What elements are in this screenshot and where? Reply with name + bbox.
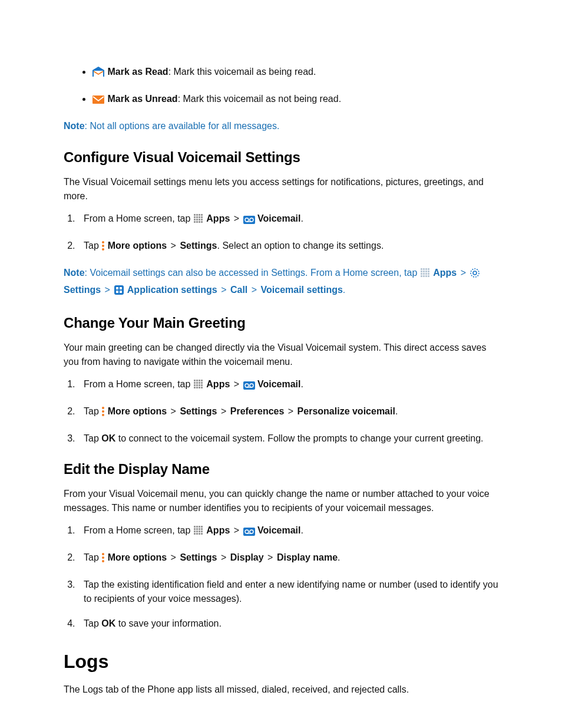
svg-point-71 — [102, 414, 104, 416]
svg-rect-18 — [201, 221, 203, 223]
svg-rect-41 — [428, 275, 429, 277]
svg-point-42 — [471, 269, 479, 277]
svg-rect-7 — [194, 216, 196, 218]
svg-rect-29 — [428, 268, 429, 270]
heading-edit-display-name: Edit the Display Name — [64, 459, 498, 480]
svg-rect-51 — [199, 380, 200, 381]
svg-rect-61 — [194, 387, 196, 388]
svg-rect-27 — [423, 268, 425, 270]
svg-rect-48 — [120, 291, 122, 293]
bullet-mark-unread: Mark as Unread: Mark this voicemail as n… — [92, 92, 498, 108]
para-greeting-intro: Your main greeting can be changed direct… — [64, 341, 498, 369]
svg-rect-14 — [201, 219, 203, 220]
svg-rect-40 — [425, 275, 427, 277]
svg-rect-10 — [201, 216, 203, 218]
more-options-dots-icon — [101, 552, 105, 567]
svg-rect-39 — [423, 275, 425, 277]
list-item: Tap the existing identification field an… — [78, 578, 498, 606]
svg-rect-30 — [421, 271, 422, 272]
svg-rect-79 — [201, 528, 203, 530]
svg-rect-53 — [194, 382, 196, 384]
svg-rect-60 — [201, 384, 203, 386]
svg-rect-6 — [201, 214, 203, 216]
list-item: From a Home screen, tap Apps > Voicemail… — [78, 377, 498, 394]
heading-configure-vvm: Configure Visual Voicemail Settings — [64, 147, 498, 168]
heading-change-greeting: Change Your Main Greeting — [64, 312, 498, 334]
svg-rect-4 — [196, 214, 198, 216]
voicemail-tape-icon — [243, 214, 255, 228]
svg-rect-50 — [196, 380, 198, 381]
svg-rect-31 — [423, 271, 425, 272]
svg-point-93 — [102, 556, 104, 559]
svg-rect-73 — [196, 526, 198, 528]
note-options: Note: Not all options are available for … — [64, 119, 498, 134]
svg-point-92 — [102, 553, 104, 555]
svg-rect-56 — [201, 382, 203, 384]
svg-rect-76 — [194, 528, 196, 530]
bullet-label: Mark as Read — [107, 67, 168, 77]
bullet-label: Mark as Unread — [107, 94, 177, 104]
svg-rect-80 — [194, 531, 196, 532]
apps-grid-icon — [193, 379, 204, 394]
svg-rect-17 — [199, 221, 200, 223]
list-item: From a Home screen, tap Apps > Voicemail… — [78, 523, 498, 540]
envelope-open-blue-icon — [92, 67, 105, 81]
svg-rect-54 — [196, 382, 198, 384]
svg-rect-57 — [194, 384, 196, 386]
svg-rect-75 — [201, 526, 203, 528]
settings-gear-icon — [470, 268, 480, 283]
more-options-dots-icon — [101, 406, 105, 421]
list-item: Tap OK to save your information. — [78, 617, 498, 631]
svg-point-43 — [473, 271, 477, 275]
para-logs-intro: The Logs tab of the Phone app lists all … — [64, 683, 498, 697]
svg-point-69 — [102, 407, 104, 409]
voicemail-tape-icon — [243, 380, 255, 394]
svg-rect-81 — [196, 531, 198, 532]
svg-rect-84 — [194, 533, 196, 535]
svg-point-94 — [102, 560, 104, 562]
svg-rect-58 — [196, 384, 198, 386]
svg-rect-47 — [116, 291, 118, 293]
para-display-intro: From your Visual Voicemail menu, you can… — [64, 487, 498, 515]
svg-rect-45 — [116, 287, 118, 289]
svg-rect-11 — [194, 219, 196, 220]
svg-rect-26 — [421, 268, 422, 270]
list-item: From a Home screen, tap Apps > Voicemail… — [78, 212, 498, 228]
svg-rect-86 — [199, 533, 200, 535]
svg-rect-35 — [423, 273, 425, 275]
svg-rect-77 — [196, 528, 198, 530]
svg-rect-8 — [196, 216, 198, 218]
svg-rect-9 — [199, 216, 200, 218]
svg-rect-55 — [199, 382, 200, 384]
svg-rect-63 — [199, 387, 200, 388]
bullet-desc: : Mark this voicemail as being read. — [168, 67, 316, 77]
svg-rect-64 — [201, 387, 203, 388]
svg-rect-28 — [425, 268, 427, 270]
svg-rect-72 — [194, 526, 196, 528]
svg-rect-78 — [199, 528, 200, 530]
svg-rect-32 — [425, 271, 427, 272]
svg-rect-59 — [199, 384, 200, 386]
svg-point-23 — [102, 241, 104, 243]
svg-rect-12 — [196, 219, 198, 220]
voicemail-tape-icon — [243, 526, 255, 540]
svg-rect-87 — [201, 533, 203, 535]
svg-rect-37 — [428, 273, 429, 275]
apps-grid-icon — [193, 213, 204, 228]
svg-point-25 — [102, 248, 104, 251]
svg-rect-52 — [201, 380, 203, 381]
svg-rect-33 — [428, 271, 429, 272]
list-item: Tap More options > Settings > Display > … — [78, 551, 498, 567]
svg-rect-34 — [421, 273, 422, 275]
svg-point-24 — [102, 245, 104, 247]
list-item: Tap OK to connect to the voicemail syste… — [78, 431, 498, 446]
list-item: Tap More options > Settings > Preference… — [78, 404, 498, 421]
svg-rect-38 — [421, 275, 422, 277]
heading-logs: Logs — [64, 647, 498, 676]
svg-rect-46 — [120, 287, 122, 289]
svg-rect-2 — [92, 95, 104, 104]
svg-rect-5 — [199, 214, 200, 216]
more-options-dots-icon — [101, 241, 105, 255]
list-item: Tap More options > Settings. Select an o… — [78, 239, 498, 255]
envelope-orange-icon — [92, 94, 105, 108]
